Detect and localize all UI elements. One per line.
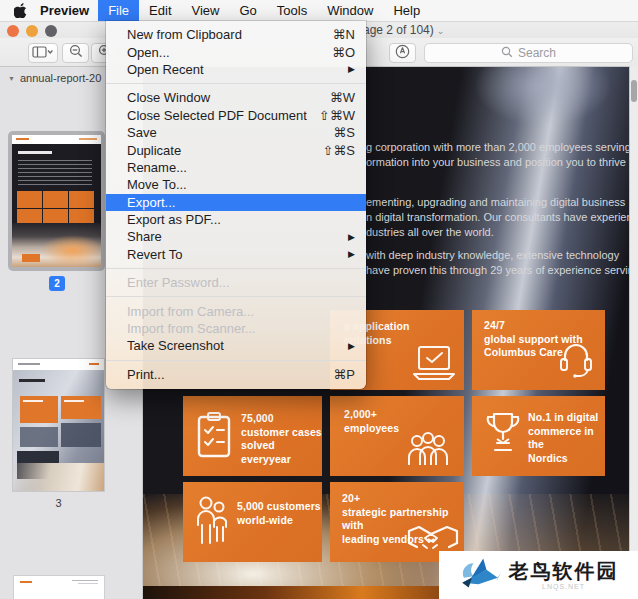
menu-item-label: Save bbox=[127, 125, 157, 140]
page-4-thumbnail-partial[interactable] bbox=[13, 575, 105, 599]
menu-item-export[interactable]: Export... bbox=[106, 194, 366, 211]
menu-item-label: Move To... bbox=[127, 177, 187, 192]
menu-item-rename[interactable]: Rename... bbox=[106, 159, 366, 176]
window-title: age 2 of 104)⌄ bbox=[363, 23, 444, 37]
stat-tile-support: 24/7global support withColumbus Care bbox=[472, 310, 605, 390]
menu-item-revert-to[interactable]: Revert To▶ bbox=[106, 246, 366, 263]
watermark-title: 老鸟软件园 bbox=[509, 560, 619, 582]
disclosure-triangle-icon[interactable]: ▼ bbox=[8, 75, 15, 82]
zoom-out-button[interactable] bbox=[62, 43, 89, 63]
search-input[interactable]: Search bbox=[424, 43, 633, 63]
thumb-orange-chip bbox=[22, 254, 40, 262]
thumb-brand-mark bbox=[89, 363, 99, 365]
thumb-flare bbox=[13, 463, 104, 491]
thumb-tile-grid bbox=[17, 191, 94, 226]
menu-item-label: Import from Camera... bbox=[127, 304, 254, 319]
thumb-photo-section bbox=[13, 370, 104, 491]
menu-item-shortcut: ⌘P bbox=[333, 367, 355, 382]
markup-button[interactable] bbox=[389, 43, 416, 63]
menubar-item-tools[interactable]: Tools bbox=[267, 0, 317, 21]
menubar-item-file[interactable]: File bbox=[98, 0, 139, 21]
menu-item-move-to[interactable]: Move To... bbox=[106, 176, 366, 193]
menu-item-share[interactable]: Share▶ bbox=[106, 228, 366, 245]
menu-item-label: Take Screenshot bbox=[127, 338, 224, 353]
menu-item-label: Rename... bbox=[127, 160, 187, 175]
document-text-line: have proven this through 29 years of exp… bbox=[366, 264, 629, 276]
thumb-brand-mark bbox=[16, 138, 29, 140]
sidebar-document-name: annual-report-20 bbox=[20, 72, 101, 84]
menubar-item-view[interactable]: View bbox=[182, 0, 230, 21]
page-3-thumbnail[interactable] bbox=[12, 358, 105, 492]
search-icon bbox=[501, 46, 513, 61]
menubar-item-go[interactable]: Go bbox=[229, 0, 266, 21]
document-text-line: dustries all over the world. bbox=[366, 226, 494, 238]
thumb-text-bar bbox=[18, 363, 40, 365]
page-3-label: 3 bbox=[0, 497, 117, 509]
thumb-gray-block bbox=[61, 423, 101, 447]
menu-item-label: Share bbox=[127, 229, 162, 244]
scrollbar[interactable] bbox=[629, 66, 638, 599]
menu-item-label: Close Window bbox=[127, 90, 210, 105]
menu-item-take-screenshot[interactable]: Take Screenshot▶ bbox=[106, 337, 366, 354]
markup-icon bbox=[395, 44, 410, 63]
thumb-title-line bbox=[18, 151, 52, 154]
sidebar-document-header[interactable]: ▼ annual-report-20 bbox=[8, 72, 101, 84]
apple-logo-icon[interactable] bbox=[14, 3, 27, 18]
thumb-dark-section bbox=[12, 144, 101, 231]
document-text-line: ementing, upgrading and maintaining digi… bbox=[366, 196, 625, 208]
menu-item-duplicate[interactable]: Duplicate⇧⌘S bbox=[106, 141, 366, 158]
menu-item-label: Duplicate bbox=[127, 143, 181, 158]
menubar-app-name[interactable]: Preview bbox=[31, 3, 98, 18]
menu-item-label: Enter Password... bbox=[127, 275, 230, 290]
thumb-title-line bbox=[19, 379, 45, 382]
thumb-gray-block bbox=[20, 427, 58, 447]
menu-item-open[interactable]: Open...⌘O bbox=[106, 43, 366, 60]
scrollbar-thumb[interactable] bbox=[631, 80, 637, 102]
menu-item-new-from-clipboard[interactable]: New from Clipboard⌘N bbox=[106, 26, 366, 43]
thumb-flare bbox=[12, 223, 101, 267]
menu-item-shortcut: ⌘N bbox=[333, 27, 355, 42]
thumb-orange-block bbox=[61, 396, 101, 419]
menu-item-import-from-camera: Import from Camera... bbox=[106, 302, 366, 319]
menu-item-label: Print... bbox=[127, 367, 165, 382]
people-two-icon bbox=[194, 495, 230, 551]
menu-item-label: Open... bbox=[127, 45, 170, 60]
thumb-text-bar bbox=[78, 583, 98, 584]
watermark-subtitle: LNQS.NET bbox=[542, 583, 585, 590]
headset-icon bbox=[556, 339, 596, 383]
menu-item-label: Open Recent bbox=[127, 62, 204, 77]
menu-item-label: New from Clipboard bbox=[127, 27, 242, 42]
menu-separator bbox=[106, 83, 366, 84]
menu-item-shortcut: ⌘O bbox=[332, 45, 355, 60]
menu-item-label: Export... bbox=[127, 195, 175, 210]
menu-item-close-window[interactable]: Close Window⌘W bbox=[106, 89, 366, 106]
search-placeholder: Search bbox=[518, 46, 556, 60]
menu-item-shortcut: ⇧⌘S bbox=[322, 143, 355, 158]
submenu-arrow-icon: ▶ bbox=[348, 64, 355, 74]
menu-item-save[interactable]: Save⌘S bbox=[106, 124, 366, 141]
sidebar-view-button[interactable] bbox=[28, 43, 58, 63]
menubar-item-window[interactable]: Window bbox=[317, 0, 383, 21]
menu-bar: Preview FileEditViewGoToolsWindowHelp bbox=[0, 0, 638, 22]
window-zoom-button[interactable] bbox=[45, 25, 57, 37]
submenu-arrow-icon: ▶ bbox=[348, 232, 355, 242]
page-2-thumbnail[interactable] bbox=[8, 131, 105, 271]
window-close-button[interactable] bbox=[7, 25, 19, 37]
submenu-arrow-icon: ▶ bbox=[348, 249, 355, 259]
thumb-brand-mark bbox=[79, 138, 97, 140]
menubar-item-help[interactable]: Help bbox=[383, 0, 430, 21]
stat-tile-employees: 2,000+employees bbox=[330, 396, 464, 476]
title-chevron-icon[interactable]: ⌄ bbox=[437, 26, 445, 36]
menu-item-label: Import from Scanner... bbox=[127, 321, 256, 336]
menu-item-print[interactable]: Print...⌘P bbox=[106, 366, 366, 383]
window-minimize-button[interactable] bbox=[26, 25, 38, 37]
menu-item-export-as-pdf[interactable]: Export as PDF... bbox=[106, 211, 366, 228]
menubar-item-edit[interactable]: Edit bbox=[139, 0, 181, 21]
menu-item-shortcut: ⌘W bbox=[330, 90, 355, 105]
laptop-icon bbox=[411, 345, 457, 385]
thumb-orange-block bbox=[20, 396, 58, 423]
sidebar-view-icon bbox=[32, 44, 54, 62]
menu-item-label: Export as PDF... bbox=[127, 212, 221, 227]
menu-item-open-recent[interactable]: Open Recent▶ bbox=[106, 61, 366, 78]
menu-item-close-selected-pdf-document[interactable]: Close Selected PDF Document⇧⌘W bbox=[106, 107, 366, 124]
